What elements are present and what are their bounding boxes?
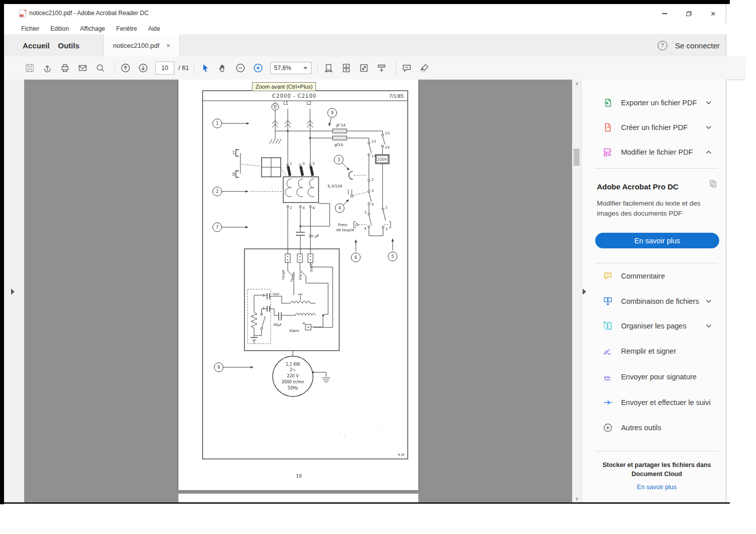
zoom-out-button[interactable]	[235, 62, 246, 74]
tab-accueil[interactable]: Accueil	[23, 34, 49, 56]
tool-combine-files[interactable]: Combinaison de fichiers	[588, 294, 726, 309]
help-icon[interactable]: ?	[658, 41, 667, 50]
search-button[interactable]	[95, 62, 106, 74]
tab-document[interactable]: noticec2100.pdf ×	[103, 34, 180, 56]
zoom-in-button[interactable]	[253, 62, 264, 74]
callout-5: 5	[391, 254, 394, 259]
screenshot-frame-top	[0, 0, 730, 4]
page-number-input[interactable]	[155, 61, 174, 75]
callout-8: 8	[217, 365, 220, 370]
pdf-page: C2000 - C2100 7/1/85 L1 L2	[178, 80, 418, 490]
label-c4a: 4	[371, 203, 374, 207]
label-b1: 1	[386, 206, 388, 210]
window-bottom-border	[4, 502, 730, 504]
label-b3: 3	[364, 211, 366, 215]
promo-title: Adobe Acrobat Pro DC	[597, 182, 678, 191]
label-motor-phase: 2∿	[290, 368, 296, 372]
previous-page-button[interactable]	[120, 62, 131, 74]
label-motor-voltage: 220 V	[287, 374, 299, 378]
minimize-button[interactable]	[659, 8, 670, 19]
comment-tool-button[interactable]	[401, 62, 412, 74]
chevron-down-icon	[706, 125, 712, 129]
zoom-level-value: 57,6%	[274, 64, 291, 72]
tool-more-tools[interactable]: Autres outils	[588, 420, 726, 435]
label-k13: 13	[371, 140, 376, 144]
label-pole4: 4	[302, 206, 305, 210]
menu-bar: Fichier Edition Affichage Fenêtre Aide	[4, 23, 743, 34]
learn-more-button[interactable]: En savoir plus	[595, 233, 719, 248]
menu-item-affichage[interactable]: Affichage	[80, 25, 105, 32]
callout-1: 1	[216, 121, 218, 126]
vertical-scrollbar[interactable]: ∧ ∨	[572, 80, 581, 502]
label-pole1: 1	[290, 162, 292, 166]
menu-item-edition[interactable]: Edition	[50, 25, 69, 32]
fit-width-button[interactable]	[323, 62, 334, 74]
collapse-toolbar-icon	[376, 63, 387, 73]
tool-fill-sign[interactable]: Remplir et signer	[588, 344, 726, 359]
toolbar-separator	[194, 61, 195, 75]
label-k23: 23	[385, 131, 390, 136]
collapse-tools-panel-handle[interactable]	[583, 289, 586, 295]
tool-create-pdf[interactable]: Créer un fichier PDF	[588, 120, 726, 135]
scroll-down-arrow[interactable]: ∨	[573, 495, 581, 502]
tool-label: Envoyer pour signature	[621, 373, 697, 381]
label-frein1: Frein	[338, 223, 347, 227]
callout-2: 2	[216, 189, 218, 194]
tab-outils[interactable]: Outils	[58, 34, 80, 56]
label-d2: 2	[262, 306, 264, 310]
tool-label: Créer un fichier PDF	[621, 123, 687, 131]
tab-close-icon[interactable]: ×	[166, 42, 170, 49]
export-pdf-icon	[603, 98, 613, 108]
sign-in-area[interactable]: ? Se connecter	[658, 34, 720, 56]
label-schematic-date: 7/1/85	[389, 94, 404, 99]
minimize-icon	[662, 13, 667, 14]
document-cloud-line2: Document Cloud	[632, 471, 682, 478]
scrollbar-thumb[interactable]	[574, 149, 580, 166]
save-button[interactable]	[24, 62, 35, 74]
tool-send-and-track[interactable]: Envoyer et effectuer le suivi	[588, 395, 726, 410]
label-noir: noir	[273, 292, 280, 296]
tool-edit-pdf[interactable]: Modifier le fichier PDF	[588, 145, 726, 160]
documents-icon	[709, 179, 718, 188]
tool-send-for-signature[interactable]: Envoyer pour signature	[588, 369, 726, 384]
tools-panel: Exporter un fichier PDF Créer un fichier…	[588, 80, 726, 502]
scroll-up-arrow[interactable]: ∧	[573, 80, 581, 87]
menu-item-aide[interactable]: Aide	[148, 25, 160, 32]
chevron-down-icon	[303, 67, 307, 70]
tool-organize-pages[interactable]: Organiser les pages	[588, 318, 726, 333]
email-button[interactable]	[77, 62, 88, 74]
hand-tool-button[interactable]	[217, 62, 228, 74]
next-page-button[interactable]	[138, 62, 149, 74]
actual-size-button[interactable]	[358, 62, 369, 74]
tool-comment[interactable]: Commentaire	[588, 269, 726, 284]
label-cap40: 40µF	[273, 323, 282, 327]
menu-item-fichier[interactable]: Fichier	[21, 25, 39, 32]
open-left-panel-handle[interactable]	[11, 289, 15, 295]
zoom-level-dropdown[interactable]: 57,6%	[270, 62, 311, 74]
hide-toolbar-button[interactable]	[376, 62, 387, 74]
chevron-down-icon	[706, 299, 712, 303]
print-icon	[60, 63, 70, 73]
select-tool-button[interactable]	[200, 62, 211, 74]
label-pole2: 2	[290, 206, 292, 210]
tool-label: Autres outils	[621, 424, 661, 432]
tool-export-pdf[interactable]: Exporter un fichier PDF	[588, 95, 726, 110]
label-sw-on: 1	[232, 151, 235, 155]
menu-item-fenetre[interactable]: Fenêtre	[116, 25, 137, 32]
document-view[interactable]: C2000 - C2100 7/1/85 L1 L2	[24, 80, 572, 502]
label-relay-rating: 6,3/10A	[328, 184, 343, 188]
label-motor-hz: 50Hz	[287, 386, 297, 390]
comment-bubble-icon	[402, 63, 412, 73]
share-button[interactable]	[42, 62, 53, 74]
panel-section-divider	[595, 168, 718, 169]
highlight-tool-button[interactable]	[419, 62, 430, 74]
fit-page-button[interactable]	[341, 62, 352, 74]
close-button[interactable]: ✕	[708, 8, 719, 19]
learn-more-link[interactable]: En savoir plus	[588, 484, 726, 491]
restore-button[interactable]	[683, 8, 695, 19]
save-icon	[25, 63, 35, 73]
acrobat-window: noticec2100.pdf - Adobe Acrobat Reader D…	[4, 4, 726, 502]
chevron-down-icon	[706, 101, 712, 105]
callout-6: 6	[354, 255, 357, 260]
print-button[interactable]	[59, 62, 71, 74]
